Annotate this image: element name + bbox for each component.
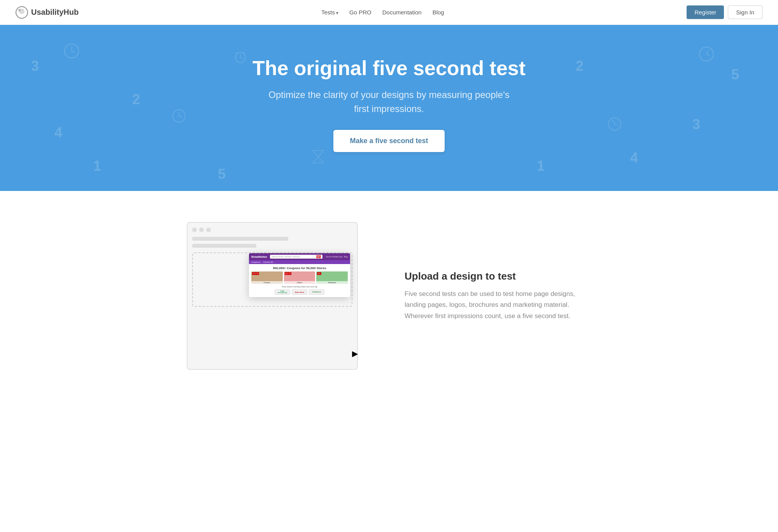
- nav-documentation[interactable]: Documentation: [382, 9, 422, 16]
- svg-line-20: [236, 52, 238, 54]
- svg-line-11: [706, 54, 710, 56]
- ss-brand-2: Radio Shack: [292, 289, 307, 295]
- ss-product-label-2: Clothes: [284, 281, 315, 284]
- svg-line-14: [615, 124, 618, 125]
- content-line-2: [192, 244, 256, 248]
- logo-icon: [16, 6, 28, 19]
- ss-search-btn: 🔍: [316, 255, 321, 258]
- browser-dot-3: [206, 228, 211, 232]
- ss-product-label-3: Restaurant: [316, 281, 348, 284]
- ss-product-3: $25 Restaurant: [316, 271, 348, 284]
- ss-hero-title: 500,000+ Coupons for 50,000 Stores: [251, 266, 348, 270]
- mockup-container: ↑ RetailMeNot Search Stores, Brands, Pro…: [187, 222, 373, 370]
- text-side: Upload a design to test Five second test…: [405, 270, 591, 322]
- ss-search-placeholder: Search Stores, Brands, Products...: [272, 256, 316, 258]
- navbar: UsabilityHub Tests Go PRO Documentation …: [0, 0, 778, 25]
- deco-num-9: 5: [218, 166, 226, 182]
- content-line-1: [192, 237, 288, 241]
- deco-num-10: 1: [537, 158, 545, 174]
- ss-products: 10% Off Furniture $15 Off Clothes $25 Re…: [251, 271, 348, 284]
- ss-badge-2: $15 Off: [285, 272, 291, 275]
- browser-dot-1: [192, 228, 197, 232]
- svg-line-8: [179, 116, 182, 117]
- ss-product-label-1: Furniture: [251, 281, 283, 284]
- cursor-icon: ▶: [352, 349, 358, 358]
- ss-summer: Summer Bl...: [263, 261, 274, 263]
- ss-logo: RetailMeNot: [251, 256, 267, 258]
- svg-point-12: [608, 118, 621, 130]
- hero-section: 3 4 1 2 5 3 4 2 5 1: [0, 25, 778, 191]
- svg-line-13: [612, 120, 615, 124]
- content-section: ↑ RetailMeNot Search Stores, Brands, Pro…: [156, 191, 622, 401]
- deco-num-6: 3: [692, 116, 700, 133]
- ss-badge-3: $25: [317, 272, 321, 275]
- ss-hero-area: 500,000+ Coupons for 50,000 Stores 10% O…: [249, 264, 350, 297]
- register-button[interactable]: Register: [687, 5, 724, 19]
- ss-purple-bar: Coupons ▾ Summer Bl...: [249, 260, 350, 264]
- ss-brand-1: HOMEDECORATORS: [275, 289, 290, 295]
- svg-line-10: [706, 50, 709, 54]
- hero-title: The original five second test: [16, 56, 762, 80]
- ss-badge-1: 10% Off: [252, 272, 259, 275]
- ss-nav-items: Get the Mobile App Blog: [326, 256, 348, 258]
- logo-text: UsabilityHub: [31, 8, 79, 17]
- svg-line-5: [72, 51, 75, 52]
- deco-num-3: 1: [93, 158, 101, 174]
- svg-point-2: [18, 9, 21, 11]
- logo[interactable]: UsabilityHub: [16, 6, 79, 19]
- ss-product-1: 10% Off Furniture: [251, 271, 283, 284]
- ss-brand-3: FoodForLess: [309, 289, 324, 295]
- ss-brand-logos: HOMEDECORATORS Radio Shack FoodForLess: [251, 289, 348, 295]
- ss-product-2: $15 Off Clothes: [284, 271, 315, 284]
- nav-buttons: Register Sign In: [687, 5, 762, 19]
- deco-clock-2: [607, 116, 622, 132]
- ss-sub-text: Shop today's trending deals and save big: [251, 285, 348, 288]
- deco-num-7: 4: [630, 150, 638, 166]
- browser-dot-2: [199, 228, 204, 232]
- ss-nav-item-2: Blog: [344, 256, 348, 258]
- svg-marker-15: [313, 150, 324, 157]
- ss-coupons: Coupons ▾: [251, 261, 261, 263]
- nav-pro[interactable]: Go PRO: [349, 9, 371, 16]
- hero-cta-button[interactable]: Make a five second test: [333, 130, 444, 152]
- svg-line-21: [243, 52, 245, 54]
- nav-blog[interactable]: Blog: [433, 9, 444, 16]
- hero-subtitle: Optimize the clarity of your designs by …: [265, 88, 513, 116]
- ss-nav-item-1: Get the Mobile App: [326, 256, 342, 258]
- section-body: Five second tests can be used to test ho…: [405, 289, 591, 322]
- browser-content-lines: [192, 237, 352, 248]
- deco-num-2: 4: [54, 124, 62, 141]
- svg-point-6: [173, 110, 185, 122]
- nav-tests[interactable]: Tests: [321, 9, 338, 16]
- browser-dots: [192, 228, 352, 232]
- inner-screenshot: RetailMeNot Search Stores, Brands, Produ…: [249, 253, 350, 297]
- deco-clock-1: [171, 108, 187, 124]
- ss-header: RetailMeNot Search Stores, Brands, Produ…: [249, 253, 350, 260]
- signin-button[interactable]: Sign In: [728, 5, 762, 19]
- svg-marker-16: [313, 157, 324, 163]
- section-title: Upload a design to test: [405, 270, 591, 282]
- deco-num-4: 2: [132, 91, 140, 108]
- deco-hourglass: [311, 150, 325, 164]
- nav-links: Tests Go PRO Documentation Blog: [321, 9, 444, 16]
